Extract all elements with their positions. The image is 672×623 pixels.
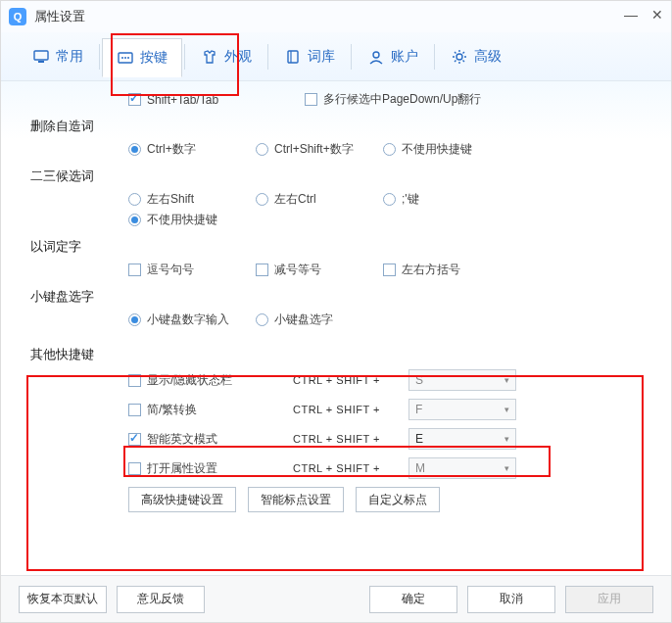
radio-numpad-input[interactable]: 小键盘数字输入 bbox=[128, 312, 256, 328]
tab-label: 常用 bbox=[56, 48, 83, 66]
restore-defaults-button[interactable]: 恢复本页默认 bbox=[19, 586, 107, 613]
app-logo-icon: Q bbox=[9, 8, 26, 25]
select-english-key[interactable]: E▾ bbox=[408, 428, 516, 450]
svg-point-3 bbox=[121, 57, 123, 59]
svg-point-4 bbox=[124, 57, 126, 59]
radio-icon bbox=[128, 214, 141, 226]
user-icon bbox=[367, 48, 385, 66]
minimize-button[interactable]: — bbox=[624, 7, 638, 23]
checkbox-open-settings[interactable]: 打开属性设置 bbox=[128, 460, 285, 477]
radio-no-hotkey-23[interactable]: 不使用快捷键 bbox=[128, 212, 256, 228]
radio-numpad-select[interactable]: 小键盘选字 bbox=[256, 312, 383, 328]
checkbox-icon bbox=[128, 93, 141, 106]
window-title: 属性设置 bbox=[34, 8, 85, 25]
checkbox-icon bbox=[256, 264, 268, 276]
hotkey-prefix: CTRL + SHIFT + bbox=[293, 374, 401, 386]
checkbox-icon bbox=[128, 264, 141, 276]
svg-point-8 bbox=[373, 52, 379, 58]
tab-label: 高级 bbox=[474, 48, 502, 66]
content-area: Shift+Tab/Tab 多行候选中PageDown/Up翻行 删除自造词 C… bbox=[1, 81, 671, 575]
apply-button[interactable]: 应用 bbox=[565, 586, 653, 613]
advanced-hotkey-button[interactable]: 高级快捷键设置 bbox=[128, 487, 236, 512]
svg-point-9 bbox=[456, 54, 462, 60]
checkbox-shift-tab[interactable]: Shift+Tab/Tab bbox=[128, 93, 305, 107]
tab-label: 账户 bbox=[391, 48, 418, 66]
radio-no-hotkey[interactable]: 不使用快捷键 bbox=[383, 141, 510, 158]
svg-rect-6 bbox=[288, 51, 298, 63]
checkbox-smart-english[interactable]: 智能英文模式 bbox=[128, 431, 285, 448]
feedback-button[interactable]: 意见反馈 bbox=[117, 586, 205, 613]
gear-icon bbox=[451, 48, 468, 66]
svg-rect-0 bbox=[34, 51, 48, 60]
select-settings-key[interactable]: M▾ bbox=[408, 457, 516, 479]
settings-window: Q 属性设置 — ✕ 常用 按键 外观 词库 账户 bbox=[0, 0, 672, 623]
close-button[interactable]: ✕ bbox=[651, 7, 663, 23]
radio-icon bbox=[383, 143, 396, 156]
svg-point-5 bbox=[127, 57, 129, 59]
radio-icon bbox=[128, 313, 141, 326]
checkbox-pagedown[interactable]: 多行候选中PageDown/Up翻行 bbox=[305, 91, 599, 108]
radio-semicolon[interactable]: ;'键 bbox=[383, 191, 510, 208]
radio-ctrl-num[interactable]: Ctrl+数字 bbox=[128, 141, 256, 158]
checkbox-comma-period[interactable]: 逗号句号 bbox=[128, 262, 256, 278]
radio-icon bbox=[383, 193, 396, 206]
chevron-down-icon: ▾ bbox=[504, 375, 509, 385]
tab-appearance[interactable]: 外观 bbox=[187, 38, 265, 75]
checkbox-icon bbox=[383, 264, 396, 276]
tab-label: 外观 bbox=[224, 48, 252, 66]
tab-advanced[interactable]: 高级 bbox=[437, 38, 515, 75]
radio-lr-ctrl[interactable]: 左右Ctrl bbox=[256, 191, 383, 208]
tab-lexicon[interactable]: 词库 bbox=[270, 38, 349, 75]
select-statusbar-key[interactable]: S▾ bbox=[408, 369, 516, 391]
tab-label: 按键 bbox=[140, 49, 168, 67]
checkbox-brackets[interactable]: 左右方括号 bbox=[383, 262, 510, 278]
tab-common[interactable]: 常用 bbox=[19, 38, 97, 75]
svg-rect-1 bbox=[38, 61, 44, 63]
checkbox-icon bbox=[128, 404, 141, 416]
section-delete-word: 删除自造词 bbox=[30, 118, 642, 135]
titlebar: Q 属性设置 — ✕ bbox=[1, 1, 671, 32]
checkbox-toggle-statusbar[interactable]: 显示/隐藏状态栏 bbox=[128, 372, 285, 389]
checkbox-minus-equal[interactable]: 减号等号 bbox=[256, 262, 383, 278]
checkbox-icon bbox=[128, 433, 141, 446]
section-word-fix: 以词定字 bbox=[30, 238, 642, 256]
checkbox-icon bbox=[128, 462, 141, 475]
section-numpad: 小键盘选字 bbox=[30, 288, 642, 306]
radio-icon bbox=[256, 313, 268, 326]
chevron-down-icon: ▾ bbox=[504, 405, 509, 414]
radio-icon bbox=[128, 143, 141, 156]
section-23-candidate: 二三候选词 bbox=[30, 168, 642, 185]
radio-icon bbox=[256, 143, 268, 156]
hotkey-prefix: CTRL + SHIFT + bbox=[293, 433, 401, 445]
footer: 恢复本页默认 意见反馈 确定 取消 应用 bbox=[1, 575, 671, 622]
checkbox-icon bbox=[305, 93, 317, 106]
monitor-icon bbox=[32, 48, 50, 66]
keyboard-icon bbox=[117, 49, 134, 67]
shirt-icon bbox=[201, 48, 218, 66]
book-icon bbox=[284, 48, 302, 66]
cancel-button[interactable]: 取消 bbox=[467, 586, 555, 613]
tab-keys[interactable]: 按键 bbox=[102, 38, 182, 77]
select-simptrad-key[interactable]: F▾ bbox=[408, 399, 516, 420]
hotkey-prefix: CTRL + SHIFT + bbox=[293, 404, 401, 415]
checkbox-icon bbox=[128, 374, 141, 387]
checkbox-simp-trad[interactable]: 简/繁转换 bbox=[128, 402, 285, 418]
custom-punct-button[interactable]: 自定义标点 bbox=[356, 487, 440, 512]
tab-bar: 常用 按键 外观 词库 账户 高级 bbox=[1, 32, 671, 81]
smart-punct-button[interactable]: 智能标点设置 bbox=[248, 487, 344, 512]
radio-ctrl-shift-num[interactable]: Ctrl+Shift+数字 bbox=[256, 141, 383, 158]
chevron-down-icon: ▾ bbox=[504, 434, 509, 444]
hotkey-prefix: CTRL + SHIFT + bbox=[293, 462, 401, 474]
radio-icon bbox=[128, 193, 141, 206]
radio-lr-shift[interactable]: 左右Shift bbox=[128, 191, 256, 208]
ok-button[interactable]: 确定 bbox=[369, 586, 457, 613]
radio-icon bbox=[256, 193, 268, 206]
tab-label: 词库 bbox=[308, 48, 335, 66]
chevron-down-icon: ▾ bbox=[504, 463, 509, 473]
tab-account[interactable]: 账户 bbox=[354, 38, 432, 75]
section-other-hotkeys: 其他快捷键 bbox=[30, 346, 642, 363]
